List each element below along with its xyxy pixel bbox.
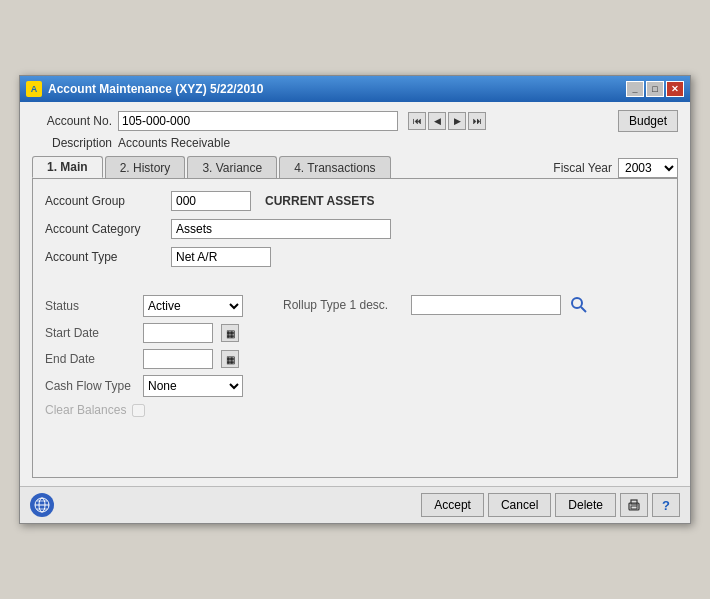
printer-icon xyxy=(627,498,641,512)
fiscal-year-label: Fiscal Year xyxy=(553,161,612,175)
title-bar: A Account Maintenance (XYZ) 5/22/2010 _ … xyxy=(20,76,690,102)
bottom-right: Accept Cancel Delete ? xyxy=(421,493,680,517)
maximize-button[interactable]: □ xyxy=(646,81,664,97)
account-type-label: Account Type xyxy=(45,250,165,264)
account-group-input[interactable] xyxy=(171,191,251,211)
minimize-button[interactable]: _ xyxy=(626,81,644,97)
account-category-label: Account Category xyxy=(45,222,165,236)
nav-last-button[interactable]: ⏭ xyxy=(468,112,486,130)
account-group-row: Account Group CURRENT ASSETS xyxy=(45,191,665,211)
tab-variance[interactable]: 3. Variance xyxy=(187,156,277,178)
print-button[interactable] xyxy=(620,493,648,517)
title-buttons[interactable]: _ □ ✕ xyxy=(626,81,684,97)
help-button[interactable]: ? xyxy=(652,493,680,517)
end-date-row: End Date ▦ xyxy=(45,349,243,369)
start-date-input[interactable] xyxy=(143,323,213,343)
bottom-left xyxy=(30,493,54,517)
tab-content-main: Account Group CURRENT ASSETS Account Cat… xyxy=(32,178,678,478)
cash-flow-row: Cash Flow Type None Operating Investing … xyxy=(45,375,243,397)
account-no-input[interactable] xyxy=(118,111,398,131)
rollup-search-button[interactable] xyxy=(569,295,589,315)
account-type-row: Account Type xyxy=(45,247,665,267)
status-row: Status Active Inactive xyxy=(45,295,243,317)
start-date-row: Start Date ▦ xyxy=(45,323,243,343)
app-icon: A xyxy=(26,81,42,97)
nav-first-button[interactable]: ⏮ xyxy=(408,112,426,130)
account-type-input[interactable] xyxy=(171,247,271,267)
svg-point-0 xyxy=(572,298,582,308)
cash-flow-select[interactable]: None Operating Investing Financing xyxy=(143,375,243,397)
clear-balances-checkbox[interactable] xyxy=(132,404,145,417)
fiscal-year-select[interactable]: 2003 2002 2001 xyxy=(618,158,678,178)
tabs-row: 1. Main 2. History 3. Variance 4. Transa… xyxy=(32,156,678,178)
start-date-calendar-button[interactable]: ▦ xyxy=(221,324,239,342)
start-date-label: Start Date xyxy=(45,326,135,340)
description-label: Description xyxy=(32,136,112,150)
description-row: Description Accounts Receivable xyxy=(32,136,678,150)
end-date-label: End Date xyxy=(45,352,135,366)
svg-point-10 xyxy=(636,504,638,506)
calendar-icon: ▦ xyxy=(226,354,235,365)
account-category-input[interactable] xyxy=(171,219,391,239)
tab-main[interactable]: 1. Main xyxy=(32,156,103,178)
nav-next-button[interactable]: ▶ xyxy=(448,112,466,130)
cash-flow-label: Cash Flow Type xyxy=(45,379,135,393)
budget-button[interactable]: Budget xyxy=(618,110,678,132)
rollup-type-input[interactable] xyxy=(411,295,561,315)
account-no-row: Account No. ⏮ ◀ ▶ ⏭ Budget xyxy=(32,110,678,132)
tab-list: 1. Main 2. History 3. Variance 4. Transa… xyxy=(32,156,393,178)
right-panel: Rollup Type 1 desc. xyxy=(283,295,665,417)
window-title: Account Maintenance (XYZ) 5/22/2010 xyxy=(48,82,263,96)
account-group-name: CURRENT ASSETS xyxy=(265,194,375,208)
tab-history[interactable]: 2. History xyxy=(105,156,186,178)
left-panel: Status Active Inactive Start Date ▦ xyxy=(45,295,243,417)
clear-balances-label: Clear Balances xyxy=(45,403,126,417)
status-label: Status xyxy=(45,299,135,313)
accept-button[interactable]: Accept xyxy=(421,493,484,517)
search-icon xyxy=(570,296,588,314)
rollup-type-row: Rollup Type 1 desc. xyxy=(283,295,665,315)
delete-button[interactable]: Delete xyxy=(555,493,616,517)
globe-icon xyxy=(30,493,54,517)
clear-balances-row: Clear Balances xyxy=(45,403,243,417)
status-select[interactable]: Active Inactive xyxy=(143,295,243,317)
end-date-input[interactable] xyxy=(143,349,213,369)
close-button[interactable]: ✕ xyxy=(666,81,684,97)
cancel-button[interactable]: Cancel xyxy=(488,493,551,517)
rollup-type-label: Rollup Type 1 desc. xyxy=(283,298,403,312)
account-no-label: Account No. xyxy=(32,114,112,128)
nav-prev-button[interactable]: ◀ xyxy=(428,112,446,130)
description-value: Accounts Receivable xyxy=(118,136,230,150)
svg-rect-9 xyxy=(631,506,637,509)
tab-transactions[interactable]: 4. Transactions xyxy=(279,156,390,178)
main-window: A Account Maintenance (XYZ) 5/22/2010 _ … xyxy=(19,75,691,524)
status-section: Status Active Inactive Start Date ▦ xyxy=(45,295,665,417)
end-date-calendar-button[interactable]: ▦ xyxy=(221,350,239,368)
help-icon: ? xyxy=(662,498,670,513)
account-group-label: Account Group xyxy=(45,194,165,208)
nav-buttons: ⏮ ◀ ▶ ⏭ xyxy=(408,112,486,130)
svg-line-1 xyxy=(581,307,586,312)
world-icon xyxy=(34,497,50,513)
bottom-bar: Accept Cancel Delete ? xyxy=(20,486,690,523)
title-bar-left: A Account Maintenance (XYZ) 5/22/2010 xyxy=(26,81,263,97)
calendar-icon: ▦ xyxy=(226,328,235,339)
fiscal-year-row: Fiscal Year 2003 2002 2001 xyxy=(553,158,678,178)
account-category-row: Account Category xyxy=(45,219,665,239)
window-content: Account No. ⏮ ◀ ▶ ⏭ Budget Description A… xyxy=(20,102,690,486)
